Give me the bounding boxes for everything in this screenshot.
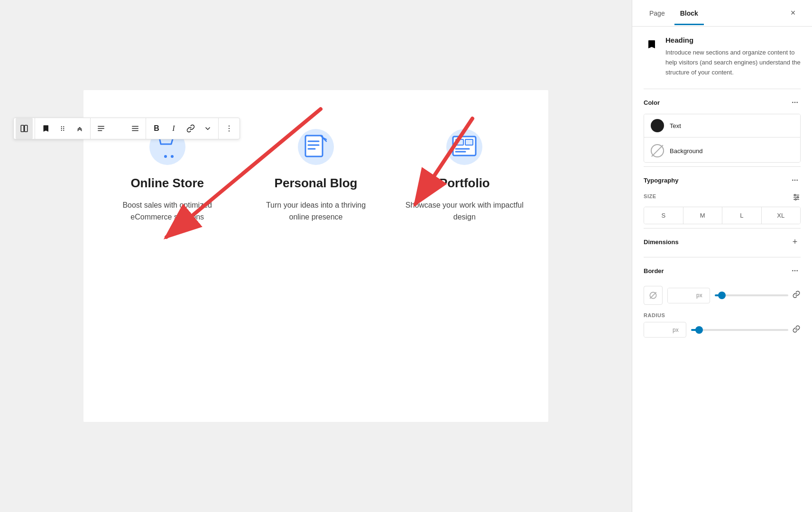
add-dimensions-button[interactable]: +: [789, 236, 801, 247]
three-dots-icon: [791, 99, 799, 106]
bold-button[interactable]: B: [148, 118, 165, 139]
dimensions-section: Dimensions +: [644, 228, 801, 253]
align-justify-button[interactable]: [127, 118, 144, 139]
portfolio-text: Showcase your work with impactful design: [405, 199, 525, 223]
border-options-button[interactable]: [789, 265, 801, 276]
border-dots-icon: [791, 267, 799, 274]
border-radius-input-wrapper: px: [644, 322, 686, 338]
personal-blog-icon: [297, 128, 335, 166]
radius-link-icon[interactable]: [792, 325, 801, 335]
online-store-text: Boost sales with optimized eCommerce sol…: [107, 199, 227, 223]
portfolio-icon: [445, 128, 483, 166]
text-color-option[interactable]: Text: [644, 114, 800, 137]
background-color-label: Background: [670, 147, 702, 155]
column-personal-blog: Personal Blog Turn your ideas into a thr…: [251, 119, 380, 233]
personal-blog-text: Turn your ideas into a thriving online p…: [256, 199, 376, 223]
typography-section-header: Typography: [644, 167, 801, 192]
size-m-button[interactable]: M: [683, 207, 723, 224]
portfolio-title[interactable]: Portfolio: [439, 175, 490, 192]
move-arrows-icon: [75, 124, 84, 133]
svg-rect-28: [465, 139, 473, 145]
link-button[interactable]: [182, 118, 199, 139]
heading-h3-button[interactable]: [110, 118, 127, 139]
svg-point-35: [792, 102, 794, 103]
block-mover-button[interactable]: [16, 118, 33, 139]
background-color-swatch: [651, 144, 664, 157]
block-info: Heading Introduce new sections and organ…: [644, 36, 801, 77]
tab-block[interactable]: Block: [674, 2, 704, 25]
column-portfolio: Portfolio Showcase your work with impact…: [400, 119, 529, 233]
border-width-row: px: [644, 286, 801, 305]
svg-point-2: [61, 126, 62, 127]
svg-point-36: [794, 102, 796, 103]
border-none-icon[interactable]: [644, 286, 663, 305]
toolbar-group-align: [91, 118, 146, 139]
color-section: Color Text Background: [644, 89, 801, 163]
italic-button[interactable]: I: [165, 118, 182, 139]
layout-icon: [20, 124, 28, 133]
close-sidebar-button[interactable]: ×: [785, 6, 801, 21]
border-radius-section: RADIUS px: [644, 312, 801, 338]
block-description: Introduce new sections and organize cont…: [665, 48, 801, 77]
radius-slider-container: [691, 325, 801, 335]
heading-block-icon: [644, 37, 659, 52]
border-radius-row: px: [644, 322, 801, 338]
size-xl-button[interactable]: XL: [762, 207, 801, 224]
toolbar-group-format: B I: [146, 118, 219, 139]
dimensions-section-header: Dimensions +: [644, 229, 801, 253]
toolbar-group-more: [219, 118, 240, 139]
border-px-label: px: [696, 288, 705, 302]
bookmark-button[interactable]: [37, 118, 54, 139]
text-color-label: Text: [670, 122, 681, 129]
dropdown-button[interactable]: [199, 118, 216, 139]
svg-point-45: [797, 197, 799, 198]
border-section-header: Border: [644, 257, 801, 282]
color-section-title: Color: [644, 99, 660, 106]
border-radius-input[interactable]: [644, 322, 673, 337]
size-s-button[interactable]: S: [644, 207, 683, 224]
svg-point-4: [61, 128, 62, 129]
typography-dots-icon: [791, 176, 799, 184]
move-arrows-button[interactable]: [71, 118, 88, 139]
svg-point-15: [229, 128, 230, 129]
border-link-icon[interactable]: [792, 290, 801, 301]
border-slider-container: [715, 290, 801, 301]
color-options-button[interactable]: [789, 97, 801, 108]
svg-point-38: [792, 180, 794, 181]
sidebar: Page Block × Heading Introduce new secti…: [632, 0, 812, 512]
more-options-button[interactable]: [221, 118, 238, 139]
svg-point-5: [63, 128, 64, 129]
block-title: Heading: [665, 36, 801, 44]
drag-button[interactable]: [54, 118, 71, 139]
svg-rect-27: [456, 139, 463, 145]
bold-label: B: [154, 124, 159, 133]
background-color-option[interactable]: Background: [644, 139, 800, 162]
svg-rect-0: [21, 125, 24, 132]
typography-options-button[interactable]: [789, 174, 801, 186]
radius-label: RADIUS: [644, 312, 801, 318]
svg-point-3: [63, 126, 64, 127]
tab-page[interactable]: Page: [644, 2, 671, 25]
editor-area: B I: [0, 0, 632, 512]
border-width-slider[interactable]: [715, 294, 788, 296]
border-radius-slider[interactable]: [691, 329, 788, 331]
border-width-input[interactable]: [668, 288, 696, 303]
svg-point-40: [796, 180, 798, 181]
radius-px-label: px: [673, 323, 682, 337]
svg-point-16: [229, 130, 230, 131]
editor-canvas: Online Store Boost sales with optimized …: [83, 90, 548, 422]
size-label: SIZE: [644, 193, 656, 199]
online-store-title[interactable]: Online Store: [130, 175, 204, 192]
typography-section-title: Typography: [644, 177, 678, 184]
svg-point-7: [63, 130, 64, 131]
svg-point-46: [795, 199, 796, 200]
chevron-down-icon: [203, 124, 212, 133]
personal-blog-title[interactable]: Personal Blog: [275, 175, 358, 192]
block-toolbar[interactable]: B I: [13, 118, 240, 139]
toolbar-group-actions: [35, 118, 91, 139]
svg-point-6: [61, 130, 62, 131]
color-section-header: Color: [644, 89, 801, 114]
size-l-button[interactable]: L: [722, 207, 762, 224]
plus-icon: +: [793, 237, 798, 247]
align-button[interactable]: [92, 118, 110, 139]
